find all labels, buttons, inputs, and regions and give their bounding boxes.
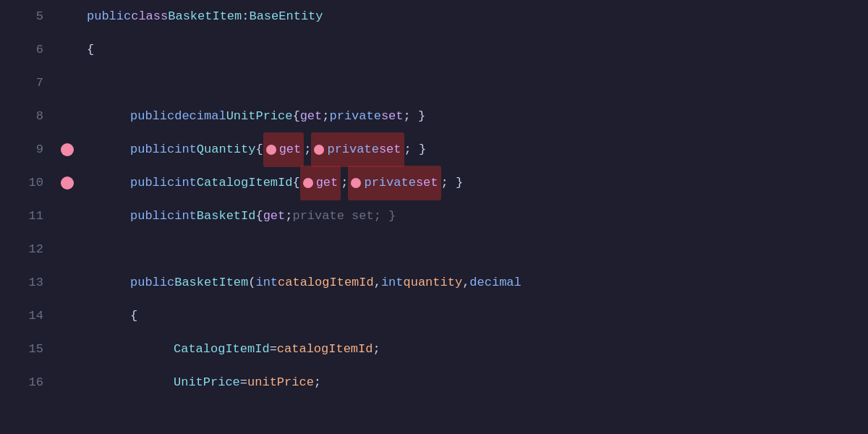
code-editor: 5 6 7 8 9 10 11 12 13 14 15 16 public cl… [0, 0, 868, 434]
token-get-11: get [263, 200, 286, 233]
code-line-11: public int BasketId { get ; private set;… [87, 200, 868, 233]
code-line-14: { [87, 299, 868, 333]
token-brace-open-6: { [87, 33, 94, 67]
breakpoint-indicator-private-9 [314, 145, 324, 155]
token-basketitem-5: BasketItem [168, 0, 242, 33]
token-public-9: public [130, 133, 174, 166]
token-semi-10a: ; [341, 166, 348, 200]
token-private-8: private [329, 100, 380, 133]
token-private-9: private [327, 133, 378, 166]
token-decimal-13: decimal [469, 266, 521, 299]
line-number-14: 14 [0, 299, 43, 333]
token-int-11: int [174, 200, 197, 233]
token-public-10: public [130, 166, 174, 200]
token-private-10: private [364, 166, 415, 200]
line-number-15: 15 [0, 333, 43, 366]
token-basketid-11: BasketId [197, 200, 256, 233]
token-get-9: get [279, 133, 302, 166]
line-numbers: 5 6 7 8 9 10 11 12 13 14 15 16 [0, 0, 58, 434]
token-colon-5: : [242, 0, 249, 33]
token-public-13: public [130, 266, 174, 299]
breakpoint-dot-9[interactable] [61, 143, 74, 156]
token-catalogitemid-val-15: catalogItemId [277, 333, 373, 366]
token-unitprice-assign-16: UnitPrice [174, 366, 240, 399]
token-unitprice-val-16: unitPrice [247, 366, 314, 399]
token-semi-9a: ; [304, 133, 311, 166]
token-catalogitemid-param-13: catalogItemId [278, 266, 374, 299]
breakpoint-indicator-get-9 [266, 145, 276, 155]
token-paren-13: ( [248, 266, 255, 299]
code-line-6: { [87, 33, 868, 67]
line-number-10: 10 [0, 166, 43, 200]
breakpoint-indicator-private-10 [351, 178, 361, 188]
line-number-8: 8 [0, 100, 43, 133]
token-set-10: set [416, 166, 438, 200]
token-public-5: public [87, 0, 131, 33]
code-line-15: CatalogItemId = catalogItemId ; [87, 333, 868, 366]
token-brace-11: { [255, 200, 263, 233]
token-get-10: get [316, 166, 339, 200]
token-semi-8b: ; } [404, 100, 426, 133]
line-number-13: 13 [0, 266, 43, 299]
token-basketitem-ctor-13: BasketItem [174, 266, 248, 299]
token-brace-8: { [292, 100, 299, 133]
breakpoint-indicator-get-10 [303, 178, 313, 188]
token-class-5: class [131, 0, 168, 33]
token-private-11: private set; } [292, 200, 396, 233]
token-semi-11a: ; [285, 200, 292, 233]
token-semi-9b: ; } [404, 133, 427, 166]
token-brace-open-14: { [130, 299, 137, 333]
code-line-12 [87, 233, 868, 266]
token-baseentity-5: BaseEntity [249, 0, 323, 33]
token-eq-16: = [240, 366, 247, 399]
token-int-10: int [174, 166, 197, 200]
line-number-5: 5 [0, 0, 43, 33]
code-line-16: UnitPrice = unitPrice ; [87, 366, 868, 399]
token-quantity-9: Quantity [197, 133, 256, 166]
private-set-highlight-10: private set [348, 166, 441, 200]
token-comma-13b: , [462, 266, 469, 299]
token-catalogitemid-10: CatalogItemId [197, 166, 293, 200]
line-number-9: 9 [0, 133, 43, 166]
token-set-8: set [381, 100, 404, 133]
code-line-8: public decimal UnitPrice { get ; private… [87, 100, 868, 133]
token-semi-16: ; [314, 366, 321, 399]
token-int-13b: int [381, 266, 404, 299]
code-content: public class BasketItem : BaseEntity { p… [80, 0, 868, 434]
token-public-8: public [130, 100, 174, 133]
code-line-10: public int CatalogItemId { get ; private… [87, 166, 868, 200]
code-line-13: public BasketItem ( int catalogItemId , … [87, 266, 868, 299]
token-semi-15: ; [373, 333, 380, 366]
code-line-5: public class BasketItem : BaseEntity [87, 0, 868, 33]
token-quantity-param-13: quantity [404, 266, 463, 299]
breakpoint-dot-10[interactable] [61, 176, 74, 190]
breakpoint-gutter [58, 0, 80, 434]
token-set-9: set [379, 133, 401, 166]
token-eq-15: = [270, 333, 277, 366]
token-comma-13a: , [374, 266, 381, 299]
line-number-6: 6 [0, 33, 43, 67]
token-brace-open-9: { [255, 133, 263, 166]
line-number-7: 7 [0, 67, 43, 100]
line-number-12: 12 [0, 233, 43, 266]
get-highlight-10: get [300, 166, 341, 200]
get-highlight-9: get [263, 132, 305, 167]
token-get-8: get [300, 100, 323, 133]
token-semi-8a: ; [322, 100, 329, 133]
line-number-11: 11 [0, 200, 43, 233]
token-decimal-8: decimal [174, 100, 226, 133]
token-brace-open-10: { [292, 166, 299, 200]
line-number-16: 16 [0, 366, 43, 399]
token-catalogitemid-assign-15: CatalogItemId [174, 333, 270, 366]
token-int-9: int [174, 133, 197, 166]
token-unitprice-8: UnitPrice [226, 100, 293, 133]
token-semi-10b: ; } [441, 166, 464, 200]
token-public-11: public [130, 200, 174, 233]
token-int-13a: int [255, 266, 278, 299]
code-line-7 [87, 67, 868, 100]
code-line-9: public int Quantity { get ; private set … [87, 133, 868, 166]
private-set-highlight-9: private set [311, 132, 404, 167]
